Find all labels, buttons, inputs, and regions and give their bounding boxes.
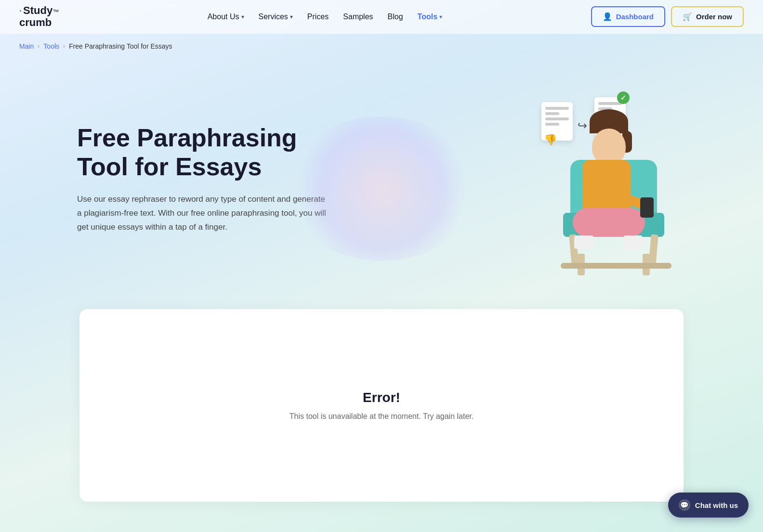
services-chevron-icon: ▾ [290,13,293,20]
logo-text: Study™ [23,5,59,16]
tools-link[interactable]: Tools [418,13,437,21]
doc-line-3 [545,117,569,120]
chair-scene: 👎 ↩ ✓ [532,83,715,275]
breadcrumb-current: Free Paraphrasing Tool for Essays [69,42,172,50]
nav-services[interactable]: Services ▾ [259,13,293,21]
chat-button[interactable]: 💬 Chat with us [668,493,749,518]
breadcrumb-separator-2: › [63,43,65,50]
person-socks-left [574,235,593,249]
chat-label: Chat with us [695,501,738,509]
doc-before-icon: 👎 [541,102,573,141]
nav-tools[interactable]: Tools ▾ [418,13,442,21]
navbar: · Study™ crumb About Us ▾ Services ▾ Pri… [0,0,763,34]
person-socks-right [623,235,643,249]
nav-buttons: 👤 Dashboard 🛒 Order now [591,6,744,27]
arrow-icon: ↩ [578,119,587,132]
doc-line-2 [545,112,559,115]
hero-description: Use our essay rephraser to reword any ty… [77,193,328,234]
hero-text: Free Paraphrasing Tool for Essays Use ou… [77,124,347,234]
tool-section: Error! This tool is unavailable at the m… [79,309,684,502]
hero-section: Free Paraphrasing Tool for Essays Use ou… [0,59,763,309]
prices-link[interactable]: Prices [307,13,329,21]
doc-line-1 [545,107,569,110]
checkmark-icon: ✓ [617,91,630,104]
cart-icon: 🛒 [683,12,692,21]
about-link[interactable]: About Us [208,13,239,21]
nav-links: About Us ▾ Services ▾ Prices Samples Blo… [208,13,442,21]
hero-wrapper: Free Paraphrasing Tool for Essays Use ou… [0,59,763,309]
error-container: Error! This tool is unavailable at the m… [280,361,483,450]
person-legs [573,208,645,237]
blog-link[interactable]: Blog [388,13,403,21]
tools-chevron-icon: ▾ [439,13,442,20]
logo-subtext: crumb [19,17,52,28]
doc-line-4 [545,123,559,126]
order-button[interactable]: 🛒 Order now [671,6,744,27]
error-message: This tool is unavailable at the moment. … [289,412,474,421]
person-head [592,129,626,165]
services-link[interactable]: Services [259,13,288,21]
dashboard-button[interactable]: 👤 Dashboard [591,6,665,27]
breadcrumb-tools[interactable]: Tools [43,42,59,50]
doc-after-line-1 [598,102,622,105]
error-title: Error! [289,390,474,405]
breadcrumb: Main › Tools › Free Paraphrasing Tool fo… [0,34,763,59]
nav-about[interactable]: About Us ▾ [208,13,244,21]
thumbdown-icon: 👎 [544,134,557,146]
dashboard-label: Dashboard [616,13,654,21]
person-phone [640,197,654,218]
hero-illustration: 👎 ↩ ✓ [532,83,715,275]
logo-link[interactable]: · Study™ crumb [19,5,59,28]
chair-base [561,263,671,269]
breadcrumb-main[interactable]: Main [19,42,34,50]
breadcrumb-separator-1: › [38,43,39,50]
dashboard-icon: 👤 [603,12,612,21]
about-chevron-icon: ▾ [241,13,244,20]
chat-icon: 💬 [679,499,690,511]
chair-leg-right [648,234,658,266]
order-label: Order now [696,13,732,21]
samples-link[interactable]: Samples [343,13,373,21]
hero-title: Free Paraphrasing Tool for Essays [77,124,347,182]
